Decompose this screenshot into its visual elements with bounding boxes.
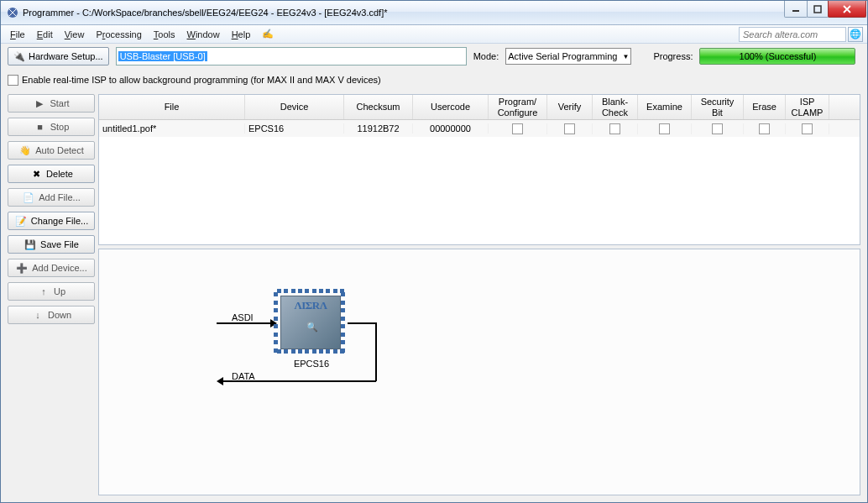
isp-row: Enable real-time ISP to allow background…	[1, 69, 867, 91]
menubar: File Edit View Processing Tools Window H…	[1, 25, 867, 44]
menu-view[interactable]: View	[60, 28, 90, 41]
down-icon: ↓	[31, 310, 44, 320]
side-panel: ▶Start ■Stop 👋Auto Detect ✖Delete 📄Add F…	[8, 94, 95, 495]
progress-label: Progress:	[653, 51, 693, 61]
save-icon: 💾	[24, 239, 37, 250]
toolbar: 🔌 Hardware Setup... USB-Blaster [USB-0] …	[1, 44, 867, 69]
search-go-button[interactable]: 🌐	[848, 27, 863, 42]
wire-out-top	[348, 322, 376, 324]
menu-file[interactable]: File	[5, 28, 30, 41]
isp-checkbox[interactable]	[8, 75, 18, 86]
add-device-icon: ➕	[15, 263, 29, 274]
isp-label: Enable real-time ISP to allow background…	[22, 75, 381, 85]
cell-verify[interactable]	[547, 123, 593, 134]
search-input[interactable]	[739, 27, 846, 42]
app-icon	[6, 6, 19, 19]
col-checksum[interactable]: Checksum	[344, 95, 413, 119]
progress-bar: 100% (Successful)	[699, 48, 855, 65]
col-erase[interactable]: Erase	[744, 95, 786, 119]
cell-security[interactable]	[692, 123, 744, 134]
progress-text: 100% (Successful)	[740, 51, 817, 61]
hardware-field[interactable]: USB-Blaster [USB-0]	[116, 47, 467, 65]
table-row[interactable]: untitled1.pof* EPCS16 11912B72 00000000	[99, 120, 860, 137]
titlebar: Programmer - C:/WorkSpace/branches/sbell…	[1, 1, 867, 25]
col-usercode[interactable]: Usercode	[413, 95, 489, 119]
globe-icon: 🌐	[850, 29, 861, 39]
table-header: File Device Checksum Usercode Program/ C…	[99, 95, 860, 120]
hardware-icon: 🔌	[13, 51, 25, 62]
wire-asdi	[217, 322, 274, 324]
menu-extra-icon[interactable]: ✍	[257, 27, 279, 41]
cell-isp[interactable]	[786, 123, 829, 134]
col-file[interactable]: File	[99, 95, 245, 119]
mode-value: Active Serial Programming	[508, 51, 617, 61]
cell-program[interactable]	[489, 123, 547, 134]
menu-tools[interactable]: Tools	[149, 28, 180, 41]
chip-label: EPCS16	[290, 359, 332, 369]
cell-blank[interactable]	[593, 123, 638, 134]
delete-icon: ✖	[29, 169, 43, 180]
col-verify[interactable]: Verify	[547, 95, 593, 119]
cell-usercode: 00000000	[413, 123, 489, 134]
save-file-button[interactable]: 💾Save File	[8, 235, 95, 254]
col-device[interactable]: Device	[245, 95, 344, 119]
maximize-button[interactable]	[807, 1, 829, 18]
cell-erase[interactable]	[744, 123, 786, 134]
add-file-button[interactable]: 📄Add File...	[8, 188, 95, 207]
col-security[interactable]: Security Bit	[692, 95, 744, 119]
wire-out-right	[375, 322, 377, 381]
down-button[interactable]: ↓Down	[8, 306, 95, 324]
data-label: DATA	[232, 371, 255, 381]
chevron-down-icon: ▼	[622, 53, 629, 60]
magnify-icon: 🔍	[306, 322, 318, 333]
up-icon: ↑	[37, 286, 50, 296]
hardware-setup-label: Hardware Setup...	[29, 51, 103, 61]
diagram-pane: ASDI ΛIΣRΛ 🔍 EPCS16 DATA	[98, 249, 860, 495]
stop-icon: ■	[34, 122, 47, 132]
svg-rect-1	[792, 10, 799, 12]
hardware-setup-button[interactable]: 🔌 Hardware Setup...	[8, 47, 109, 65]
stop-button[interactable]: ■Stop	[8, 118, 95, 136]
detect-icon: 👋	[18, 145, 32, 156]
svg-rect-2	[814, 6, 821, 13]
up-button[interactable]: ↑Up	[8, 282, 95, 301]
menu-edit[interactable]: Edit	[32, 28, 58, 41]
change-file-icon: 📝	[14, 216, 28, 227]
chip[interactable]: ΛIΣRΛ 🔍	[274, 289, 348, 356]
col-blank[interactable]: Blank- Check	[593, 95, 638, 119]
col-examine[interactable]: Examine	[638, 95, 692, 119]
minimize-button[interactable]	[784, 1, 808, 18]
chip-logo: ΛIΣRΛ	[281, 299, 340, 312]
cell-file: untitled1.pof*	[99, 123, 245, 134]
cell-device: EPCS16	[245, 123, 344, 134]
auto-detect-button[interactable]: 👋Auto Detect	[8, 141, 95, 160]
play-icon: ▶	[33, 98, 46, 109]
change-file-button[interactable]: 📝Change File...	[8, 212, 95, 230]
start-button[interactable]: ▶Start	[8, 94, 95, 113]
add-device-button[interactable]: ➕Add Device...	[8, 259, 95, 277]
col-program[interactable]: Program/ Configure	[489, 95, 547, 119]
close-button[interactable]	[828, 1, 866, 18]
cell-checksum: 11912B72	[344, 123, 413, 134]
menu-help[interactable]: Help	[227, 28, 256, 41]
menu-window[interactable]: Window	[182, 28, 225, 41]
menu-processing[interactable]: Processing	[91, 28, 146, 41]
mode-label: Mode:	[473, 51, 499, 61]
add-file-icon: 📄	[22, 192, 35, 203]
asdi-label: ASDI	[232, 312, 254, 322]
window-title: Programmer - C:/WorkSpace/branches/sbell…	[23, 8, 785, 18]
arrow-data	[217, 377, 223, 385]
hardware-value: USB-Blaster [USB-0]	[118, 51, 207, 61]
mode-select[interactable]: Active Serial Programming ▼	[505, 48, 631, 65]
delete-button[interactable]: ✖Delete	[8, 165, 95, 183]
device-table: File Device Checksum Usercode Program/ C…	[98, 94, 860, 245]
col-isp[interactable]: ISP CLAMP	[786, 95, 829, 119]
cell-examine[interactable]	[638, 123, 692, 134]
